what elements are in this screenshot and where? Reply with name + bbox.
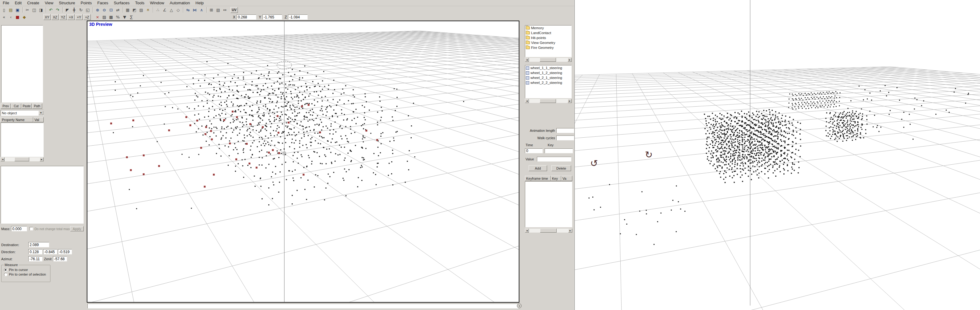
textured-icon[interactable]: ▨ [138, 7, 144, 13]
percent-icon[interactable]: % [115, 14, 121, 20]
mass-lock-checkbox[interactable] [30, 227, 33, 231]
keyframe-col-header-key[interactable]: Key [551, 176, 561, 181]
rotate-gizmo-icon[interactable]: ↻ [645, 150, 652, 160]
direction-z-input[interactable] [58, 249, 72, 255]
paste-icon[interactable]: ◨ [38, 7, 44, 13]
go-previous-icon[interactable]: ‹ [8, 14, 14, 20]
object-selector[interactable]: No object ▼ [1, 110, 44, 116]
view-plane-yz-button[interactable]: YZ [59, 14, 67, 20]
time-input[interactable] [525, 149, 543, 153]
snap-grid-icon[interactable]: ⊞ [208, 7, 215, 13]
selection-item-wheel-1-1-steering[interactable]: wheel_1_1_steering [525, 65, 571, 70]
3d-preview-viewport[interactable]: 3D Preview [87, 21, 519, 303]
direction-x-input[interactable] [28, 249, 43, 255]
menu-file[interactable]: File [0, 0, 12, 6]
direction-y-input[interactable] [43, 249, 57, 255]
coord-x-input[interactable] [237, 14, 256, 20]
move-icon[interactable]: ╋ [71, 7, 77, 13]
keyframe-table-scrollbar[interactable]: ◄► [525, 229, 572, 232]
path-button[interactable]: Path [32, 104, 42, 109]
open-file-icon[interactable]: ▤ [8, 7, 14, 13]
wireframe-icon[interactable]: ▦ [125, 7, 131, 13]
save-file-icon[interactable]: ▣ [14, 7, 21, 13]
coord-y-input[interactable] [262, 14, 282, 20]
menu-tools[interactable]: Tools [132, 0, 147, 6]
scrollbar-thumb[interactable] [540, 229, 557, 232]
walk-cycles-input[interactable] [556, 136, 574, 141]
filter-icon[interactable]: ▼ [121, 14, 128, 20]
lod-tree-scrollbar[interactable]: ◄► [525, 58, 572, 62]
buldozer-scene[interactable] [575, 0, 980, 310]
property-value-header[interactable]: Val [33, 117, 44, 122]
scrollbar-track[interactable] [529, 99, 568, 103]
scroll-right-button[interactable]: ► [40, 157, 44, 161]
menu-structure[interactable]: Structure [56, 0, 78, 6]
tree-item-hit-points[interactable]: Hit-points [525, 35, 571, 40]
apply-mass-button[interactable]: Apply [70, 226, 84, 231]
zenit-input[interactable] [53, 256, 67, 261]
record-key-icon[interactable]: ■ [14, 14, 21, 20]
scale-icon[interactable]: ◱ [84, 7, 91, 13]
scroll-left-button[interactable]: ◄ [525, 229, 529, 232]
tree-item-memory[interactable]: Memory [525, 25, 571, 30]
new-file-icon[interactable]: ▯ [1, 7, 7, 13]
select-icon[interactable]: ◤ [64, 7, 70, 13]
key-marker-icon[interactable]: ◆ [21, 14, 27, 20]
face-mode-icon[interactable]: △ [168, 7, 175, 13]
menu-surfaces[interactable]: Surfaces [111, 0, 132, 6]
menu-automation[interactable]: Automation [167, 0, 193, 6]
undo-icon[interactable]: ↶ [48, 7, 54, 13]
menu-edit[interactable]: Edit [12, 0, 24, 6]
view-plane-neg-z-button[interactable]: ×Z [83, 14, 91, 20]
tree-item-fire-geometry[interactable]: Fire Geometry [525, 45, 571, 50]
view-plane-neg-x-button[interactable]: ×X [67, 14, 75, 20]
rotate-icon[interactable]: ↻ [78, 7, 84, 13]
redo-icon[interactable]: ↷ [54, 7, 60, 13]
scroll-left-button[interactable]: ◄ [525, 58, 529, 62]
paste-button[interactable]: Paste [22, 104, 32, 109]
menu-faces[interactable]: Faces [94, 0, 111, 6]
tree-item-landcontact[interactable]: LandContact [525, 30, 571, 35]
scrollbar-thumb[interactable] [540, 99, 556, 103]
menu-help[interactable]: Help [192, 0, 207, 6]
zoom-fit-icon[interactable]: ⊡ [108, 7, 114, 13]
uv-editor-button[interactable]: UV [231, 7, 238, 13]
keyframe-col-header-keyframe-time[interactable]: Keyframe time [525, 176, 551, 181]
menu-view[interactable]: View [42, 0, 56, 6]
selection-list[interactable]: wheel_1_1_steeringwheel_1_2_steeringwhee… [525, 65, 572, 98]
menu-points[interactable]: Points [78, 0, 94, 6]
scroll-left-button[interactable]: ◄ [525, 99, 529, 103]
selection-item-wheel-2-1-steering[interactable]: wheel_2_1_steering [525, 75, 571, 80]
destination-input[interactable] [28, 242, 49, 247]
copy-icon[interactable]: ◫ [31, 7, 37, 13]
pin-option-radio[interactable] [4, 273, 7, 276]
checker-fill-icon[interactable]: ▩ [108, 14, 114, 20]
lighting-icon[interactable]: ☀ [145, 7, 151, 13]
scrollbar-track[interactable] [529, 229, 568, 232]
prev-button[interactable]: Prev [1, 104, 11, 109]
menu-create[interactable]: Create [24, 0, 42, 6]
tree-item-view-geometry[interactable]: View Geometry [525, 40, 571, 45]
zoom-out-icon[interactable]: ⊖ [101, 7, 107, 13]
add-key-button[interactable]: Add [529, 165, 547, 171]
cut-icon[interactable]: ✂ [24, 7, 30, 13]
preview-scene[interactable] [88, 21, 519, 302]
pan-icon[interactable]: ⇄ [115, 7, 121, 13]
keyframe-col-header-va[interactable]: Va [561, 176, 572, 181]
mirror-icon[interactable]: ⇆ [185, 7, 191, 13]
coord-z-input[interactable] [288, 14, 308, 20]
lod-tree[interactable]: MemoryLandContactHit-pointsView Geometry… [525, 25, 572, 57]
scrollbar-thumb[interactable] [540, 58, 556, 62]
animation-length-input[interactable] [556, 128, 574, 133]
pin-option-radio[interactable] [4, 268, 7, 272]
scrollbar-track[interactable] [5, 157, 40, 161]
delete-selection-icon[interactable]: × [94, 14, 100, 20]
value-input[interactable] [537, 157, 571, 161]
background-icon[interactable]: ▧ [215, 7, 221, 13]
view-plane-xz-button[interactable]: XZ [51, 14, 59, 20]
scroll-left-button[interactable]: ◄ [1, 157, 5, 161]
object-mode-icon[interactable]: ◇ [175, 7, 181, 13]
chevron-down-icon[interactable]: ▼ [38, 111, 43, 115]
view-plane-neg-y-button[interactable]: ×Y [75, 14, 83, 20]
scroll-right-button[interactable]: ► [568, 58, 572, 62]
